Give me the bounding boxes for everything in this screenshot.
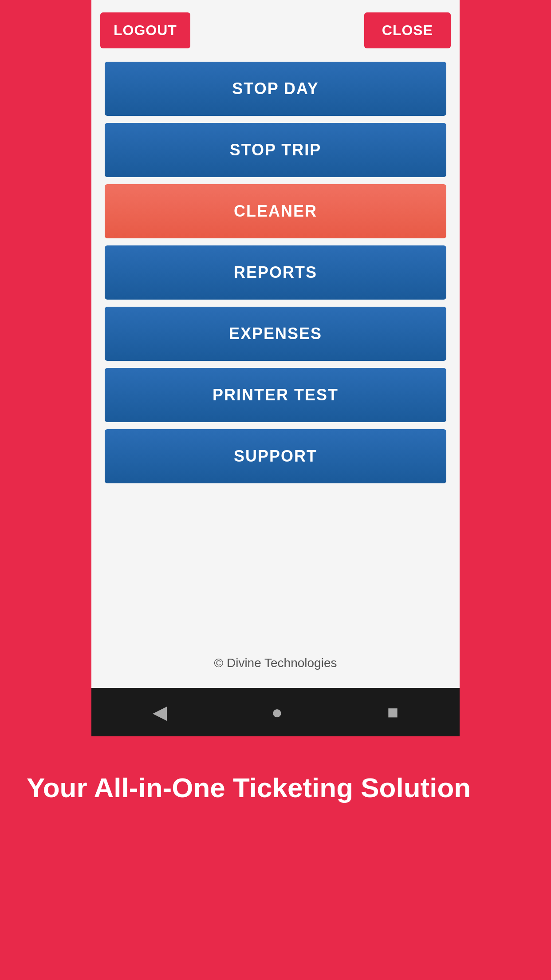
copyright-text: © Divine Technologies: [214, 656, 337, 670]
nav-bar: ◀ ● ■: [91, 688, 460, 736]
close-button[interactable]: CLOSE: [364, 12, 451, 48]
recents-icon[interactable]: ■: [387, 702, 398, 723]
app-container: LOGOUT CLOSE STOP DAY STOP TRIP CLEANER …: [91, 0, 460, 688]
home-icon[interactable]: ●: [272, 702, 283, 723]
stop-day-button[interactable]: STOP DAY: [105, 62, 446, 116]
expenses-button[interactable]: EXPENSES: [105, 307, 446, 361]
top-bar: LOGOUT CLOSE: [91, 0, 460, 57]
tagline: Your All-in-One Ticketing Solution: [0, 736, 551, 830]
footer: © Divine Technologies: [91, 629, 460, 688]
back-icon[interactable]: ◀: [153, 701, 167, 723]
stop-trip-button[interactable]: STOP TRIP: [105, 123, 446, 177]
logout-button[interactable]: LOGOUT: [100, 12, 190, 48]
printer-test-button[interactable]: PRINTER TEST: [105, 368, 446, 422]
tagline-text: Your All-in-One Ticketing Solution: [27, 772, 471, 803]
support-button[interactable]: SUPPORT: [105, 429, 446, 483]
cleaner-button[interactable]: CLEANER: [105, 184, 446, 238]
menu-container: STOP DAY STOP TRIP CLEANER REPORTS EXPEN…: [91, 57, 460, 629]
reports-button[interactable]: REPORTS: [105, 245, 446, 300]
